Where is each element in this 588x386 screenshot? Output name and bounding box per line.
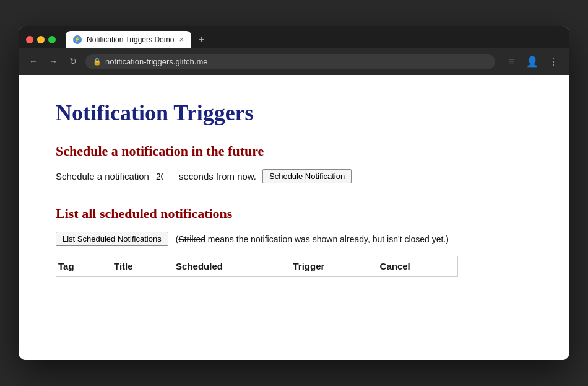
schedule-notification-button[interactable]: Schedule Notification: [262, 169, 352, 183]
url-text: notification-triggers.glitch.me: [105, 57, 207, 66]
back-button[interactable]: ←: [26, 54, 41, 69]
maximize-button[interactable]: [48, 36, 56, 43]
schedule-row: Schedule a notification seconds from now…: [56, 169, 532, 183]
col-header-scheduled: Scheduled: [173, 256, 290, 277]
page-title: Notification Triggers: [56, 100, 532, 126]
hint-rest: means the notification was shown already…: [205, 234, 449, 244]
list-scheduled-notifications-button[interactable]: List Scheduled Notifications: [56, 232, 168, 246]
browser-window: Notification Triggers Demo × + ← → ↻ 🔒 n…: [19, 26, 569, 360]
menu-icon[interactable]: ≡: [503, 53, 520, 70]
list-row: List Scheduled Notifications (Striked me…: [56, 232, 532, 246]
address-bar: ← → ↻ 🔒 notification-triggers.glitch.me …: [19, 48, 569, 75]
reload-button[interactable]: ↻: [66, 54, 80, 69]
col-header-trigger: Trigger: [291, 256, 378, 277]
title-bar: Notification Triggers Demo × + ← → ↻ 🔒 n…: [19, 26, 569, 75]
minimize-button[interactable]: [37, 36, 45, 43]
col-header-tag: Tag: [56, 256, 111, 277]
profile-icon[interactable]: 👤: [524, 53, 541, 70]
page-content: Notification Triggers Schedule a notific…: [19, 75, 569, 360]
tab-title: Notification Triggers Demo: [87, 35, 174, 44]
table-header: Tag Title Scheduled Trigger Cancel: [56, 256, 458, 277]
notifications-table: Tag Title Scheduled Trigger Cancel: [56, 256, 458, 277]
section2-title: List all scheduled notifications: [56, 206, 532, 222]
schedule-seconds-input[interactable]: [153, 170, 175, 183]
section1-title: Schedule a notification in the future: [56, 143, 532, 159]
schedule-label-before: Schedule a notification: [56, 171, 149, 182]
active-tab[interactable]: Notification Triggers Demo ×: [66, 31, 191, 48]
schedule-label-after: seconds from now.: [179, 171, 256, 182]
toolbar-icons: ≡ 👤 ⋮: [503, 53, 562, 70]
traffic-lights: [26, 36, 56, 43]
table-header-row: Tag Title Scheduled Trigger Cancel: [56, 256, 458, 277]
forward-button[interactable]: →: [46, 54, 61, 69]
tab-row: Notification Triggers Demo × +: [19, 26, 569, 48]
tab-favicon: [73, 35, 82, 44]
url-bar[interactable]: 🔒 notification-triggers.glitch.me: [85, 54, 495, 69]
tab-close-button[interactable]: ×: [179, 35, 184, 44]
col-header-title: Title: [111, 256, 173, 277]
striked-text: Striked: [178, 234, 205, 244]
close-button[interactable]: [26, 36, 33, 43]
new-tab-button[interactable]: +: [199, 34, 204, 45]
col-header-cancel: Cancel: [378, 256, 458, 277]
notifications-table-container: Tag Title Scheduled Trigger Cancel: [56, 256, 532, 277]
more-icon[interactable]: ⋮: [545, 53, 562, 70]
lock-icon: 🔒: [93, 58, 102, 66]
hint-text: (Striked means the notification was show…: [176, 234, 449, 244]
